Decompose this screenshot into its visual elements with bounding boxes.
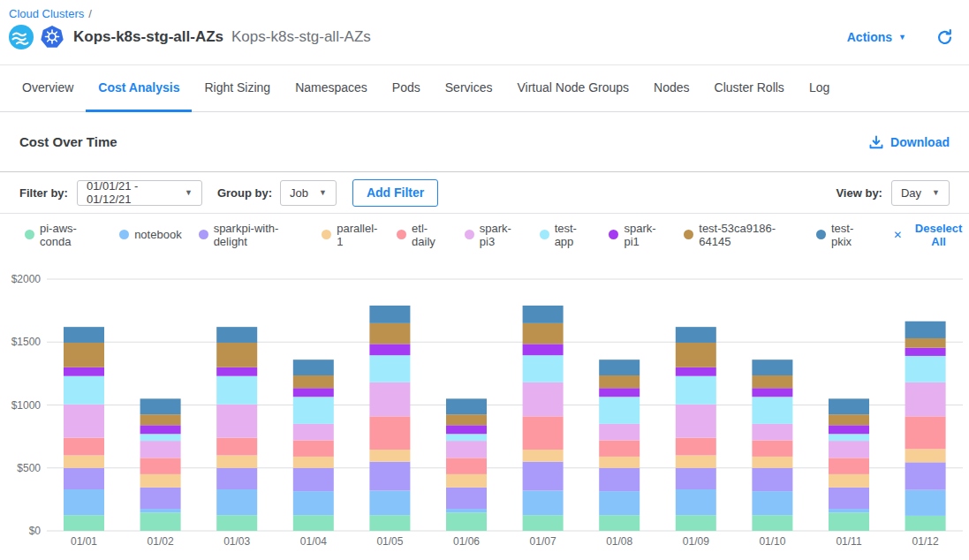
bar-segment-parallel-1-01/03[interactable] — [216, 456, 257, 468]
tab-cluster-rolls[interactable]: Cluster Rolls — [702, 65, 797, 112]
bar-segment-spark-pi3-01/04[interactable] — [293, 424, 334, 441]
bar-segment-test-53ca9186-64145-01/05[interactable] — [369, 323, 410, 344]
bar-segment-notebook-01/12[interactable] — [905, 490, 946, 516]
bar-segment-pi-aws-conda-01/02[interactable] — [140, 512, 181, 531]
bar-segment-notebook-01/04[interactable] — [293, 491, 334, 515]
bar-segment-sparkpi-with-delight-01/09[interactable] — [676, 468, 716, 489]
bar-segment-pi-aws-conda-01/09[interactable] — [676, 515, 716, 531]
bar-segment-test-53ca9186-64145-01/12[interactable] — [905, 338, 946, 348]
bar-segment-parallel-1-01/06[interactable] — [446, 474, 487, 488]
bar-segment-test-53ca9186-64145-01/11[interactable] — [829, 414, 869, 425]
bar-segment-notebook-01/03[interactable] — [216, 489, 257, 515]
tab-nodes[interactable]: Nodes — [641, 65, 701, 112]
bar-segment-pi-aws-conda-01/12[interactable] — [905, 516, 946, 531]
bar-segment-pi-aws-conda-01/05[interactable] — [369, 515, 410, 531]
bar-segment-etl-daily-01/06[interactable] — [446, 458, 487, 474]
tab-overview[interactable]: Overview — [10, 65, 86, 112]
legend-item-pi-aws-conda[interactable]: pi-aws-conda — [25, 222, 102, 248]
tab-log[interactable]: Log — [797, 65, 842, 112]
date-range-dropdown[interactable]: 01/01/21 - 01/12/21 ▼ — [77, 180, 202, 206]
bar-segment-test-app-01/06[interactable] — [446, 434, 487, 441]
bar-segment-test-app-01/09[interactable] — [676, 376, 716, 405]
bar-segment-spark-pi3-01/11[interactable] — [829, 441, 869, 458]
bar-segment-parallel-1-01/10[interactable] — [752, 457, 792, 468]
bar-segment-etl-daily-01/04[interactable] — [293, 440, 334, 457]
tab-pods[interactable]: Pods — [380, 65, 433, 112]
bar-segment-sparkpi-with-delight-01/04[interactable] — [293, 468, 334, 491]
bar-segment-parallel-1-01/04[interactable] — [293, 457, 334, 468]
bar-segment-sparkpi-with-delight-01/07[interactable] — [523, 462, 564, 491]
bar-segment-spark-pi1-01/09[interactable] — [676, 367, 716, 376]
bar-segment-test-app-01/10[interactable] — [752, 397, 792, 424]
bar-segment-spark-pi1-01/11[interactable] — [829, 425, 869, 434]
bar-segment-notebook-01/08[interactable] — [599, 491, 640, 515]
breadcrumb-link-cloud-clusters[interactable]: Cloud Clusters — [9, 7, 84, 20]
bar-segment-etl-daily-01/09[interactable] — [676, 438, 716, 456]
bar-segment-test-app-01/12[interactable] — [905, 356, 946, 382]
bar-segment-test-pkix-01/04[interactable] — [293, 359, 334, 375]
bar-segment-pi-aws-conda-01/10[interactable] — [752, 515, 792, 531]
bar-segment-test-app-01/04[interactable] — [293, 397, 334, 424]
bar-segment-test-app-01/08[interactable] — [599, 397, 640, 424]
bar-segment-parallel-1-01/01[interactable] — [64, 456, 104, 468]
bar-segment-spark-pi3-01/03[interactable] — [216, 405, 257, 438]
bar-segment-spark-pi3-01/12[interactable] — [905, 382, 946, 416]
legend-item-etl-daily[interactable]: etl-daily — [397, 222, 448, 248]
bar-segment-sparkpi-with-delight-01/06[interactable] — [446, 488, 487, 509]
bar-segment-notebook-01/06[interactable] — [446, 509, 487, 512]
bar-segment-test-pkix-01/06[interactable] — [446, 398, 487, 414]
bar-segment-spark-pi1-01/10[interactable] — [752, 388, 792, 397]
bar-segment-sparkpi-with-delight-01/11[interactable] — [829, 488, 869, 509]
bar-segment-etl-daily-01/11[interactable] — [829, 458, 869, 474]
bar-segment-test-pkix-01/10[interactable] — [752, 359, 792, 375]
tab-services[interactable]: Services — [433, 65, 505, 112]
bar-segment-etl-daily-01/08[interactable] — [599, 440, 640, 457]
bar-segment-pi-aws-conda-01/11[interactable] — [829, 512, 869, 531]
bar-segment-parallel-1-01/08[interactable] — [599, 457, 640, 468]
bar-segment-spark-pi1-01/04[interactable] — [293, 388, 334, 397]
bar-segment-spark-pi1-01/07[interactable] — [523, 344, 564, 355]
bar-segment-spark-pi3-01/09[interactable] — [676, 405, 716, 438]
bar-segment-notebook-01/10[interactable] — [752, 491, 792, 515]
bar-segment-spark-pi3-01/06[interactable] — [446, 441, 487, 458]
bar-segment-spark-pi1-01/01[interactable] — [64, 367, 104, 376]
actions-button[interactable]: Actions ▼ — [847, 30, 906, 44]
bar-segment-etl-daily-01/10[interactable] — [752, 440, 792, 457]
bar-segment-test-53ca9186-64145-01/08[interactable] — [599, 375, 640, 388]
bar-segment-sparkpi-with-delight-01/03[interactable] — [216, 468, 257, 489]
bar-segment-notebook-01/09[interactable] — [676, 489, 716, 515]
bar-segment-notebook-01/05[interactable] — [369, 490, 410, 515]
refresh-button[interactable] — [936, 29, 953, 46]
bar-segment-spark-pi1-01/06[interactable] — [446, 425, 487, 434]
bar-segment-pi-aws-conda-01/03[interactable] — [216, 515, 257, 531]
bar-segment-pi-aws-conda-01/08[interactable] — [599, 515, 640, 531]
bar-segment-spark-pi3-01/08[interactable] — [599, 424, 640, 441]
bar-segment-test-53ca9186-64145-01/04[interactable] — [293, 375, 334, 388]
bar-segment-test-app-01/01[interactable] — [64, 376, 104, 405]
bar-segment-sparkpi-with-delight-01/01[interactable] — [64, 468, 104, 489]
bar-segment-sparkpi-with-delight-01/08[interactable] — [599, 468, 640, 491]
bar-segment-test-app-01/03[interactable] — [216, 376, 257, 405]
legend-item-test-pkix[interactable]: test-pkix — [816, 222, 870, 248]
bar-segment-spark-pi1-01/05[interactable] — [369, 344, 410, 355]
bar-segment-sparkpi-with-delight-01/12[interactable] — [905, 462, 946, 489]
bar-segment-parallel-1-01/02[interactable] — [140, 474, 181, 488]
legend-item-sparkpi-with-delight[interactable]: sparkpi-with-delight — [199, 222, 306, 248]
bar-segment-spark-pi3-01/01[interactable] — [64, 405, 104, 438]
add-filter-button[interactable]: Add Filter — [352, 179, 438, 207]
bar-segment-spark-pi1-01/02[interactable] — [140, 425, 181, 434]
bar-segment-test-53ca9186-64145-01/03[interactable] — [216, 343, 257, 367]
bar-segment-pi-aws-conda-01/06[interactable] — [446, 512, 487, 531]
bar-segment-parallel-1-01/11[interactable] — [829, 474, 869, 488]
bar-segment-notebook-01/07[interactable] — [523, 490, 564, 515]
bar-segment-sparkpi-with-delight-01/05[interactable] — [369, 462, 410, 491]
legend-item-spark-pi1[interactable]: spark-pi1 — [609, 222, 667, 248]
bar-segment-etl-daily-01/12[interactable] — [905, 416, 946, 449]
bar-segment-parallel-1-01/05[interactable] — [369, 450, 410, 462]
bar-segment-test-app-01/05[interactable] — [369, 355, 410, 382]
tab-virtual-node-groups[interactable]: Virtual Node Groups — [504, 65, 641, 112]
bar-segment-test-53ca9186-64145-01/01[interactable] — [64, 343, 104, 367]
bar-segment-etl-daily-01/02[interactable] — [140, 458, 181, 474]
bar-segment-test-pkix-01/01[interactable] — [64, 327, 104, 343]
bar-segment-test-pkix-01/12[interactable] — [905, 322, 946, 338]
